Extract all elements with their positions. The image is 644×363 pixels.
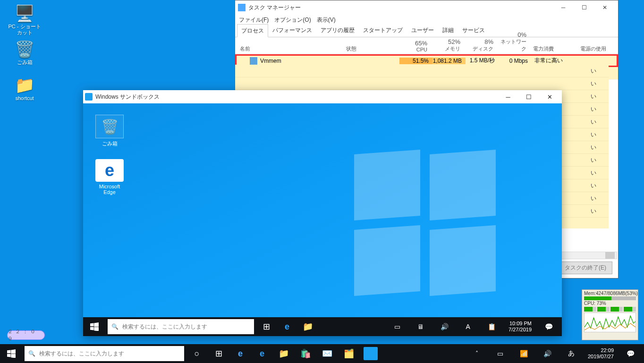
host-sandbox-taskbar[interactable] (364, 347, 378, 360)
cell-power: 非常に高い (532, 57, 579, 65)
desktop-icon-label: ごみ箱 (17, 59, 33, 66)
host-search-box[interactable]: 🔍 検索するには、ここに入力します (25, 346, 184, 361)
sandbox-tray-network-icon[interactable]: 🖥 (410, 317, 431, 336)
process-icon (250, 57, 257, 65)
obscured-row: い (235, 77, 609, 90)
col-network[interactable]: 0%ネットワーク (497, 31, 530, 52)
sandbox-taskbar: 🔍 検索するには、ここに入力します ⊞ e 📁 ▭ 🖥 🔊 A 📋 10:09 … (83, 317, 562, 336)
col-disk[interactable]: 8%ディスク (464, 38, 497, 52)
cell-cpu: 51.5% (399, 58, 432, 64)
desktop-icon-pc-shortcut[interactable]: 🖥️ PC - ショートカット (7, 4, 42, 40)
sandbox-action-center-icon[interactable]: 💬 (538, 317, 559, 336)
host-cortana-button[interactable]: ○ (186, 344, 208, 363)
tab-users[interactable]: ユーザー (407, 24, 438, 37)
search-icon: 🔍 (28, 350, 35, 357)
sandbox-tray-volume-icon[interactable]: 🔊 (434, 317, 455, 336)
sandbox-tray-tablet-icon[interactable]: ▭ (387, 317, 407, 336)
sandbox-tray-more-icon[interactable]: 📋 (481, 317, 502, 336)
maximize-button[interactable]: ☐ (574, 1, 594, 14)
host-ie-taskbar[interactable]: e (229, 344, 251, 363)
host-taskbar-right: ˄ ▭ 📶 🔊 あ 22:09 2019/07/27 💬 (466, 344, 644, 363)
cell-memory: 1,081.2 MB (432, 58, 466, 64)
sandbox-recycle-bin[interactable]: 🗑️ ごみ箱 (92, 115, 127, 151)
host-tray-chevron-icon[interactable]: ˄ (466, 344, 488, 363)
desktop-icon-label: PC - ショートカット (7, 24, 42, 36)
windows-icon (90, 322, 99, 331)
cell-disk: 1.5 MB/秒 (466, 57, 499, 65)
host-edge-taskbar[interactable]: e (251, 344, 273, 363)
sysmon-graph (584, 312, 636, 332)
host-clock-time: 22:09 (588, 347, 614, 354)
host-task-view-button[interactable]: ⊞ (208, 344, 229, 363)
tab-details[interactable]: 詳細 (438, 24, 458, 37)
tab-performance[interactable]: パフォーマンス (268, 24, 316, 37)
sandbox-clock-time: 10:09 PM (508, 321, 532, 327)
col-state[interactable]: 状態 (346, 45, 398, 52)
sandbox-desktop-icons: 🗑️ ごみ箱 e Microsoft Edge (92, 115, 127, 203)
folder-icon: 📁 (15, 76, 34, 94)
sysmon-mem-bar (584, 296, 636, 300)
scrollbar-thumb[interactable] (605, 252, 615, 259)
desktop-icon-label: Edge (103, 189, 116, 195)
host-start-button[interactable] (0, 344, 23, 363)
close-button[interactable]: ✕ (594, 1, 615, 14)
desktop-icon-shortcut-folder[interactable]: 📁 shortcut (7, 76, 42, 111)
host-tray-wifi-icon[interactable]: 📶 (513, 344, 535, 363)
sandbox-titlebar[interactable]: Windows サンドボックス ─ ☐ ✕ (83, 90, 562, 103)
sandbox-file-explorer[interactable]: 📁 (297, 317, 318, 336)
tab-startup[interactable]: スタートアップ (359, 24, 407, 37)
host-store-taskbar[interactable]: 🛍️ (295, 344, 316, 363)
desktop-icon-label: Microsoft (99, 184, 120, 189)
sandbox-task-view-button[interactable]: ⊞ (256, 317, 277, 336)
host-action-center-icon[interactable]: 💬 (619, 344, 641, 363)
sandbox-taskbar-right: ▭ 🖥 🔊 A 📋 10:09 PM 7/27/2019 💬 (387, 317, 562, 336)
col-name[interactable]: 名前 (235, 45, 346, 52)
sandbox-ime-indicator[interactable]: A (458, 317, 478, 336)
recycle-bin-icon: 🗑️ (101, 118, 119, 135)
end-task-button[interactable]: タスクの終了(E) (559, 262, 612, 274)
task-manager-tabs: プロセス パフォーマンス アプリの履歴 スタートアップ ユーザー 詳細 サービス (235, 25, 618, 37)
sysmon-cpu-text: CPU: 73% (584, 301, 636, 306)
desktop-clock-widget: ２２：０９ (7, 330, 45, 340)
host-desktop-icons: 🖥️ PC - ショートカット 🗑️ ごみ箱 📁 shortcut (7, 4, 44, 111)
host-tray-volume-icon[interactable]: 🔊 (537, 344, 559, 363)
menu-options[interactable]: オプション(O) (274, 16, 311, 24)
task-manager-titlebar[interactable]: タスク マネージャー ─ ☐ ✕ (235, 0, 618, 15)
sandbox-edge-taskbar[interactable]: e (277, 317, 297, 336)
tab-services[interactable]: サービス (458, 24, 489, 37)
sysmon-mem-text: Mem:4247/8086MB(53%) (584, 291, 636, 296)
sandbox-clock[interactable]: 10:09 PM 7/27/2019 (505, 321, 535, 333)
tab-app-history[interactable]: アプリの履歴 (316, 24, 359, 37)
host-tray-tablet-icon[interactable]: ▭ (490, 344, 511, 363)
menu-file[interactable]: ファイル(F) (239, 16, 269, 24)
sandbox-edge-shortcut[interactable]: e Microsoft Edge (92, 159, 127, 195)
host-desktop: 🖥️ PC - ショートカット 🗑️ ごみ箱 📁 shortcut ２２：０９ … (0, 0, 644, 363)
col-memory[interactable]: 52%メモリ (431, 38, 464, 52)
col-power-use[interactable]: 電源の使用 (577, 40, 618, 52)
close-button[interactable]: ✕ (539, 91, 560, 103)
windows-logo-wallpaper (354, 152, 496, 294)
monitor-icon: 🖥️ (15, 4, 34, 23)
desktop-icon-label: shortcut (15, 95, 34, 101)
host-ime-indicator[interactable]: あ (560, 344, 582, 363)
host-clock-date: 2019/07/27 (588, 354, 614, 360)
process-name: Vmmem (260, 58, 281, 64)
menu-view[interactable]: 表示(V) (317, 16, 336, 24)
col-power[interactable]: 電力消費 (530, 40, 577, 52)
host-app-taskbar[interactable]: 🗂️ (338, 344, 360, 363)
system-monitor-widget[interactable]: Mem:4247/8086MB(53%) CPU: 73% (582, 289, 638, 340)
col-cpu[interactable]: 65%CPU (398, 40, 431, 52)
host-mail-taskbar[interactable]: ✉️ (316, 344, 338, 363)
tab-processes[interactable]: プロセス (237, 24, 268, 37)
windows-sandbox-window: Windows サンドボックス ─ ☐ ✕ 🗑️ ごみ箱 e Microsoft… (83, 90, 562, 336)
sandbox-search-box[interactable]: 🔍 検索するには、ここに入力します (108, 319, 254, 334)
sandbox-desktop[interactable]: 🗑️ ごみ箱 e Microsoft Edge 🔍 検索するには、ここに入力しま… (83, 103, 562, 336)
sandbox-start-button[interactable] (83, 317, 106, 336)
host-clock[interactable]: 22:09 2019/07/27 (584, 347, 618, 360)
desktop-icon-recycle-bin[interactable]: 🗑️ ごみ箱 (7, 40, 42, 76)
maximize-button[interactable]: ☐ (518, 91, 539, 103)
desktop-icon-label: ごみ箱 (102, 140, 118, 147)
minimize-button[interactable]: ─ (498, 91, 518, 103)
minimize-button[interactable]: ─ (553, 1, 574, 14)
host-file-explorer-taskbar[interactable]: 📁 (273, 344, 295, 363)
